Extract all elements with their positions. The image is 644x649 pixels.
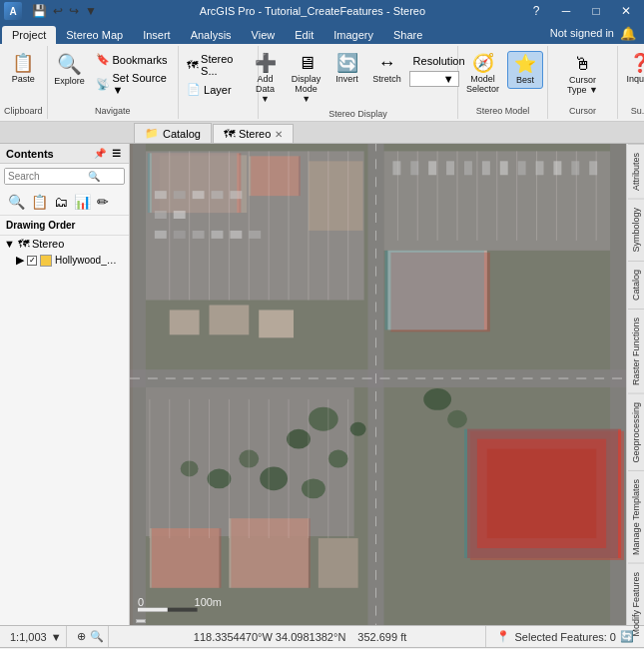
redo-icon[interactable]: ↪ (67, 3, 81, 19)
bell-icon[interactable]: 🔔 (620, 26, 636, 41)
main-area: Contents 📌 ☰ 🔍 🔍 📋 🗂 📊 ✏ Drawing Order ▼… (0, 144, 644, 625)
group-stereo-display: ➕ AddData ▼ 🖥 DisplayMode ▼ 🔄 Invert ↔ S… (259, 46, 458, 119)
explore-button[interactable]: 🔍 Explore (52, 51, 88, 89)
display-mode-button[interactable]: 🖥 DisplayMode ▼ (288, 51, 325, 107)
filter-tool[interactable]: 🔍 (6, 192, 27, 212)
svg-rect-78 (193, 191, 205, 199)
cursor-type-icon: 🖱 (574, 55, 592, 73)
contents-header: Contents 📌 ☰ (0, 144, 129, 164)
explore-label: Explore (54, 76, 85, 86)
panel-menu-icon[interactable]: ☰ (110, 147, 123, 160)
chart-tool[interactable]: 📊 (72, 192, 93, 212)
paste-icon: 📋 (12, 54, 34, 72)
coords-value: 118.3354470°W 34.0981382°N (194, 631, 346, 643)
zoom-icon[interactable]: 🔍 (90, 630, 104, 643)
layer-checkbox[interactable] (27, 256, 37, 266)
layer-button[interactable]: 📄 Layer (183, 81, 236, 98)
tab-edit[interactable]: Edit (285, 26, 323, 44)
set-source-button[interactable]: 📡 Set Source ▼ (92, 70, 175, 98)
model-selector-button[interactable]: 🧭 ModelSelector (462, 51, 503, 97)
tab-stereo-map[interactable]: Stereo Map (56, 26, 133, 44)
modify-features-tab[interactable]: Modify Features (628, 563, 644, 645)
model-selector-icon: 🧭 (472, 54, 494, 72)
close-button[interactable]: ✕ (612, 0, 640, 22)
tab-catalog[interactable]: 📁 Catalog (134, 123, 212, 143)
tab-view[interactable]: View (242, 26, 286, 44)
help-button[interactable]: ? (522, 0, 550, 22)
app-icon: A (4, 2, 22, 20)
attributes-tab[interactable]: Attributes (628, 144, 644, 199)
svg-rect-76 (155, 191, 167, 199)
svg-rect-92 (446, 161, 454, 175)
undo-icon[interactable]: ↩ (51, 3, 65, 19)
search-input[interactable] (5, 169, 85, 184)
locate-icon[interactable]: ⊕ (77, 630, 86, 643)
stereo-display-label: Stereo Display (263, 107, 453, 120)
cursor-type-button[interactable]: 🖱 CursorType ▼ (557, 52, 609, 98)
stereo-tab-close[interactable]: ✕ (275, 129, 283, 140)
tab-imagery[interactable]: Imagery (323, 26, 383, 44)
add-data-button[interactable]: ➕ AddData ▼ (248, 51, 284, 107)
svg-rect-80 (230, 191, 242, 199)
bookmarks-button[interactable]: 🔖 Bookmarks (92, 51, 175, 68)
qat-dropdown-icon[interactable]: ▼ (83, 3, 99, 19)
stereo-s-icon: 🗺 (187, 59, 198, 71)
invert-button[interactable]: 🔄 Invert (329, 51, 365, 87)
best-icon: ⭐ (514, 55, 536, 73)
minimize-button[interactable]: ─ (552, 0, 580, 22)
group-label: Stereo (32, 238, 64, 250)
tab-stereo-view[interactable]: 🗺 Stereo ✕ (213, 124, 294, 143)
add-data-icon: ➕ (255, 54, 277, 72)
maximize-button[interactable]: □ (582, 0, 610, 22)
layer-name: Hollywood_Buildings_C... (55, 255, 120, 266)
svg-rect-96 (518, 161, 526, 175)
tab-share[interactable]: Share (383, 26, 432, 44)
search-icon[interactable]: 🔍 (85, 169, 103, 184)
manage-templates-tab[interactable]: Manage Templates (628, 470, 644, 563)
bookmarks-icon: 🔖 (96, 53, 110, 66)
svg-text:0: 0 (138, 596, 144, 608)
edit-tool[interactable]: ✏ (95, 192, 111, 212)
scale-segment: 1:1,003 ▼ (6, 626, 67, 647)
svg-rect-87 (230, 231, 242, 239)
nav-icons-segment: ⊕ 🔍 (73, 626, 109, 647)
group-cursor: 🖱 CursorType ▼ Cursor (548, 46, 618, 119)
stretch-button[interactable]: ↔ Stretch (369, 51, 405, 87)
not-signed-button[interactable]: Not signed in (550, 27, 614, 39)
coords-segment: 118.3354470°W 34.0981382°N 352.699 ft (115, 626, 487, 647)
pin-status-icon: 📍 (496, 630, 510, 643)
clipboard-label: Clipboard (4, 104, 43, 117)
map-view[interactable]: 0 100m (130, 144, 626, 625)
svg-rect-84 (174, 231, 186, 239)
set-source-icon: 📡 (96, 78, 110, 91)
raster-functions-tab[interactable]: Raster Functions (628, 309, 644, 393)
svg-rect-90 (410, 161, 418, 175)
hollywood-layer[interactable]: ▶ Hollywood_Buildings_C... (0, 252, 129, 269)
catalog-tab[interactable]: Catalog (628, 261, 644, 309)
cursor-label: Cursor (552, 104, 613, 117)
pin-icon[interactable]: 📌 (92, 147, 108, 160)
stretch-icon: ↔ (378, 54, 396, 72)
layer-label (183, 114, 254, 117)
tab-project[interactable]: Project (2, 26, 56, 44)
symbology-tab[interactable]: Symbology (628, 199, 644, 261)
selected-features-value: Selected Features: 0 (514, 631, 616, 643)
title-bar: A 💾 ↩ ↪ ▼ ArcGIS Pro - Tutorial_CreateFe… (0, 0, 644, 22)
stereo-layer-group[interactable]: ▼ 🗺 Stereo (0, 236, 129, 252)
folder-tool[interactable]: 🗂 (52, 192, 70, 212)
paste-button[interactable]: 📋 Paste (5, 51, 41, 87)
group-icon: 🗺 (18, 238, 29, 250)
best-button[interactable]: ⭐ Best (507, 51, 543, 89)
save-icon[interactable]: 💾 (30, 3, 49, 19)
tab-analysis[interactable]: Analysis (181, 26, 242, 44)
inquiry-button[interactable]: ❓ Inquiry (622, 51, 644, 87)
navigate-label: Navigate (52, 104, 175, 117)
resolution-dropdown[interactable]: ▼ (409, 71, 459, 87)
table-tool[interactable]: 📋 (29, 192, 50, 212)
geoprocessing-tab[interactable]: Geoprocessing (628, 393, 644, 471)
svg-rect-104 (138, 608, 168, 612)
stereo-s-button[interactable]: 🗺 Stereo S... (183, 51, 254, 79)
tab-insert[interactable]: Insert (133, 26, 181, 44)
selected-features-segment: 📍 Selected Features: 0 🔄 (492, 626, 638, 647)
scale-dropdown[interactable]: ▼ (51, 631, 62, 643)
